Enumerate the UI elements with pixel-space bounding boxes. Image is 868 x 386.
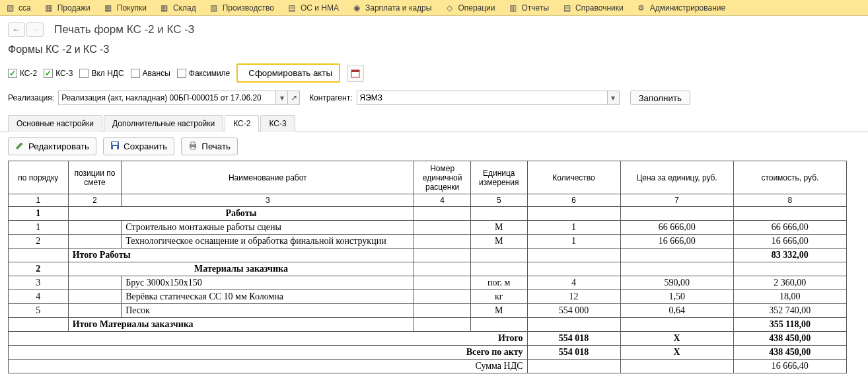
nav-item-3[interactable]: ▦Склад <box>160 3 196 13</box>
edit-label: Редактировать <box>28 141 89 151</box>
generate-acts-button[interactable]: Сформировать акты <box>236 63 340 83</box>
cell <box>527 360 620 373</box>
print-button[interactable]: Печать <box>181 137 238 155</box>
realization-dropdown-button[interactable]: ▾ <box>276 91 288 105</box>
svg-rect-8 <box>113 146 117 149</box>
realization-open-button[interactable]: ↗ <box>288 91 300 105</box>
nav-item-6[interactable]: ◉Зарплата и кадры <box>352 3 431 13</box>
nav-icon: ▧ <box>5 3 15 13</box>
cell: 352 740,00 <box>733 304 846 318</box>
checkbox-faks[interactable]: Факсимиле <box>177 69 231 78</box>
cell: 1 <box>9 221 69 235</box>
svg-rect-7 <box>112 142 118 145</box>
nav-item-10[interactable]: ⚙Администрирование <box>637 3 725 13</box>
col-header: Цена за единицу, руб. <box>620 161 733 194</box>
fill-button[interactable]: Заполнить <box>630 91 690 105</box>
nav-label: Производство <box>223 3 274 13</box>
col-num: 6 <box>527 194 620 207</box>
nav-label: ОС и НМА <box>301 3 339 13</box>
cell: 2 <box>9 262 69 276</box>
page-title: Печать форм КС -2 и КС -3 <box>54 23 194 36</box>
nav-forward-button[interactable]: → <box>26 22 44 37</box>
cell: М <box>470 304 527 318</box>
checkbox-ks2[interactable]: КС-2 <box>8 69 37 78</box>
cell <box>414 262 471 276</box>
cell <box>68 290 122 304</box>
cell: Песок <box>122 304 414 318</box>
col-num: 2 <box>68 194 122 207</box>
calendar-button[interactable] <box>347 65 364 82</box>
cell <box>620 249 733 262</box>
cell: 16 666,40 <box>733 360 846 373</box>
cell <box>414 290 471 304</box>
cell <box>733 207 846 221</box>
summary-row: Сумма НДС16 666,40 <box>9 360 847 373</box>
print-icon <box>188 141 198 152</box>
tab-2[interactable]: КС-2 <box>225 115 259 132</box>
nav-item-7[interactable]: ◇Операции <box>445 3 495 13</box>
cell <box>527 262 620 276</box>
nav-label: Склад <box>173 3 196 13</box>
nav-icon: ◇ <box>445 3 454 13</box>
nav-item-8[interactable]: ▥Отчеты <box>509 3 549 13</box>
nav-icon: ▥ <box>509 3 518 13</box>
cell: 438 450,00 <box>733 332 846 346</box>
cell: 590,00 <box>620 276 733 290</box>
data-table: по порядкупозиции по сметеНаименование р… <box>8 161 847 373</box>
realization-input[interactable] <box>58 91 276 105</box>
cell <box>414 276 471 290</box>
cell <box>414 249 471 262</box>
col-header: позиции по смете <box>68 161 122 194</box>
cell <box>470 249 527 262</box>
cell: Брус 3000х150х150 <box>122 276 414 290</box>
cell: 16 666,00 <box>733 235 846 249</box>
nav-item-0[interactable]: ▧сса <box>5 3 31 13</box>
nav-item-1[interactable]: ▦Продажи <box>44 3 90 13</box>
tab-0[interactable]: Основные настройки <box>8 115 102 132</box>
nav-item-9[interactable]: ▤Справочники <box>562 3 624 13</box>
counterparty-input[interactable] <box>357 91 608 105</box>
edit-button[interactable]: Редактировать <box>8 137 96 155</box>
section-total-row: Итого Работы83 332,00 <box>9 249 847 262</box>
section-title-row: 1Работы <box>9 207 847 221</box>
col-num: 7 <box>620 194 733 207</box>
cell: пог. м <box>470 276 527 290</box>
cell <box>527 207 620 221</box>
cell: 12 <box>527 290 620 304</box>
cell: 2 <box>9 235 69 249</box>
nav-label: сса <box>18 3 31 13</box>
nav-item-5[interactable]: ▤ОС и НМА <box>287 3 339 13</box>
counterparty-label: Контрагент: <box>309 93 352 102</box>
counterparty-dropdown-button[interactable]: ▾ <box>608 91 620 105</box>
realization-input-group: ▾ ↗ <box>58 91 300 105</box>
table-container[interactable]: по порядкупозиции по сметеНаименование р… <box>0 161 868 379</box>
cell: Работы <box>68 207 414 221</box>
nav-item-4[interactable]: ▧Производство <box>209 3 274 13</box>
cell: 0,64 <box>620 304 733 318</box>
nav-item-2[interactable]: ▦Покупки <box>104 3 147 13</box>
tab-3[interactable]: КС-3 <box>260 115 295 132</box>
checkbox-vkl-nds-label: Вкл НДС <box>91 69 124 78</box>
checkbox-avansy[interactable]: Авансы <box>131 69 170 78</box>
checkbox-ks3-label: КС-3 <box>55 69 73 78</box>
col-header: по порядку <box>9 161 69 194</box>
tab-1[interactable]: Дополнительные настройки <box>104 115 223 132</box>
cell: кг <box>470 290 527 304</box>
cell <box>68 276 122 290</box>
cell: Строительно монтажные работы сцены <box>122 221 414 235</box>
table-row: 4Верёвка статическая CC 10 мм Коломнакг1… <box>9 290 847 304</box>
print-label: Печать <box>201 141 231 151</box>
cell: X <box>620 346 733 360</box>
col-header: стоимость, руб. <box>733 161 846 194</box>
checkbox-ks3[interactable]: КС-3 <box>44 69 73 78</box>
cell: 1 <box>9 207 69 221</box>
cell: 66 666,00 <box>620 221 733 235</box>
cell <box>620 262 733 276</box>
save-button[interactable]: Сохранить <box>103 137 174 155</box>
cell: 2 360,00 <box>733 276 846 290</box>
edit-icon <box>15 141 24 152</box>
nav-back-button[interactable]: ← <box>8 22 25 37</box>
checkbox-vkl-nds[interactable]: Вкл НДС <box>79 69 124 78</box>
nav-icon: ▤ <box>562 3 571 13</box>
controls-row: КС-2 КС-3 Вкл НДС Авансы Факсимиле Сформ… <box>0 58 868 85</box>
